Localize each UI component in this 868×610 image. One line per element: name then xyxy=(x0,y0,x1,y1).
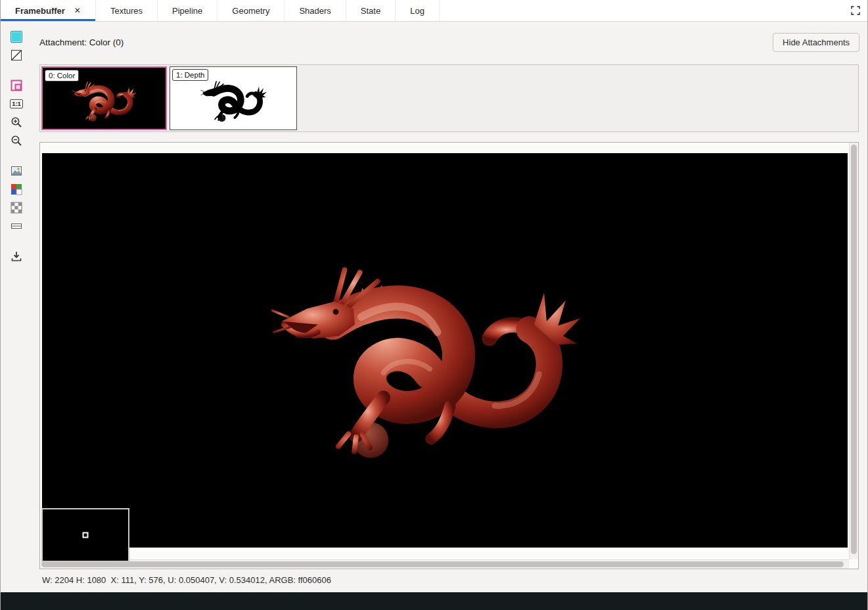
picked-pixel-marker xyxy=(83,532,89,538)
zoom-out-button[interactable] xyxy=(9,134,24,147)
attachment-color-thumbnail[interactable]: 0: Color xyxy=(41,66,167,130)
image-icon xyxy=(11,165,22,177)
checkerboard-icon xyxy=(11,202,22,214)
depth-thumbnail-dragon xyxy=(189,77,277,123)
tab-geometry[interactable]: Geometry xyxy=(217,0,285,21)
tab-state[interactable]: State xyxy=(346,0,396,21)
attachment-depth-thumbnail[interactable]: 1: Depth xyxy=(170,66,297,130)
close-tab-icon[interactable]: ✕ xyxy=(74,6,81,15)
tab-textures-label: Textures xyxy=(110,6,143,16)
attachment-header-row: Attachment: Color (0) Hide Attachments xyxy=(39,32,859,53)
horizontal-scrollbar-thumb[interactable] xyxy=(41,561,844,567)
render-canvas[interactable] xyxy=(42,153,848,548)
texture-viewport xyxy=(39,142,859,569)
tab-state-label: State xyxy=(361,6,380,16)
save-download-icon xyxy=(11,250,22,262)
fit-image-button[interactable] xyxy=(9,164,24,177)
pixel-status-text: W: 2204 H: 1080 X: 111, Y: 576, U: 0.050… xyxy=(42,575,331,585)
rgb-channels-icon xyxy=(11,183,22,195)
flip-icon xyxy=(11,80,22,91)
attachment-color-badge: 0: Color xyxy=(45,70,79,82)
checkerboard-background-button[interactable] xyxy=(9,201,24,214)
tab-log[interactable]: Log xyxy=(396,0,440,21)
zoom-in-icon xyxy=(11,116,22,128)
bottom-bar xyxy=(1,592,867,610)
fullscreen-button[interactable] xyxy=(844,0,867,21)
flip-y-button[interactable] xyxy=(9,79,24,92)
color-thumbnail-dragon xyxy=(61,78,147,123)
vertical-scrollbar-thumb[interactable] xyxy=(851,145,857,554)
vertical-scrollbar[interactable] xyxy=(849,143,858,559)
tab-pipeline[interactable]: Pipeline xyxy=(158,0,217,21)
one-to-one-icon: 1:1 xyxy=(10,99,23,108)
dragon-render xyxy=(260,244,590,469)
main-body: 1:1 xyxy=(1,22,867,592)
horizontal-scrollbar[interactable] xyxy=(40,559,849,569)
attachment-label: Attachment: Color (0) xyxy=(39,37,124,47)
attachments-strip: 0: Color 1: Depth xyxy=(39,64,859,132)
save-image-button[interactable] xyxy=(9,250,24,263)
background-color-button[interactable] xyxy=(9,30,24,43)
hide-attachments-button[interactable]: Hide Attachments xyxy=(773,33,859,52)
zoom-in-button[interactable] xyxy=(9,116,24,129)
tab-shaders-label: Shaders xyxy=(299,6,331,16)
solid-color-swatch-icon xyxy=(11,31,22,43)
tab-shaders[interactable]: Shaders xyxy=(285,0,346,21)
pixel-context-overlay xyxy=(41,508,129,562)
alpha-slash-icon xyxy=(11,49,22,61)
fullscreen-icon xyxy=(850,5,861,16)
tab-pipeline-label: Pipeline xyxy=(172,6,202,16)
zoom-100-button[interactable]: 1:1 xyxy=(9,97,24,110)
rgb-channels-button[interactable] xyxy=(9,183,24,196)
range-bar-icon xyxy=(11,220,22,232)
alpha-background-button[interactable] xyxy=(9,49,24,62)
tab-log-label: Log xyxy=(410,6,424,16)
tab-geometry-label: Geometry xyxy=(232,6,269,16)
app-window: Framebuffer ✕ Textures Pipeline Geometry… xyxy=(0,0,868,610)
zoom-out-icon xyxy=(11,135,22,147)
range-bar-button[interactable] xyxy=(9,220,24,233)
tab-bar-spacer xyxy=(440,0,844,21)
tab-textures[interactable]: Textures xyxy=(96,0,158,21)
tab-bar: Framebuffer ✕ Textures Pipeline Geometry… xyxy=(1,0,867,22)
attachment-depth-badge: 1: Depth xyxy=(172,69,208,81)
left-toolbar: 1:1 xyxy=(1,22,32,592)
tab-framebuffer-label: Framebuffer xyxy=(15,6,65,16)
tab-framebuffer[interactable]: Framebuffer ✕ xyxy=(1,0,96,21)
status-bar: W: 2204 H: 1080 X: 111, Y: 576, U: 0.050… xyxy=(42,575,331,587)
